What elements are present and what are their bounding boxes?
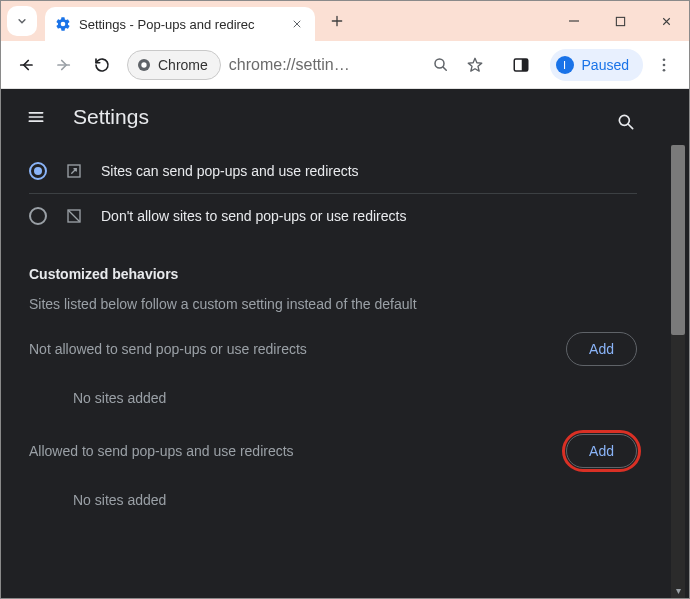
content-area: Sites can send pop-ups and use redirects…	[1, 145, 689, 598]
allowed-list-label: Allowed to send pop-ups and use redirect…	[29, 443, 294, 459]
forward-button[interactable]	[47, 48, 81, 82]
bookmark-button[interactable]	[458, 48, 492, 82]
zoom-button[interactable]	[424, 48, 458, 82]
svg-point-8	[663, 68, 666, 71]
tab-close-button[interactable]	[289, 16, 305, 32]
close-window-button[interactable]	[643, 1, 689, 41]
page-title: Settings	[73, 105, 149, 129]
overflow-menu-button[interactable]	[647, 48, 681, 82]
gear-icon	[55, 16, 71, 32]
svg-point-6	[663, 58, 666, 61]
customized-description: Sites listed below follow a custom setti…	[29, 296, 637, 312]
add-allowed-site-button[interactable]: Add	[566, 434, 637, 468]
close-icon	[660, 15, 673, 28]
minimize-icon	[568, 15, 580, 27]
svg-point-9	[619, 115, 629, 125]
back-button[interactable]	[9, 48, 43, 82]
allowed-list-empty: No sites added	[29, 468, 637, 516]
maximize-button[interactable]	[597, 1, 643, 41]
search-icon	[616, 112, 636, 132]
close-icon	[291, 18, 303, 30]
radio-selected-icon	[29, 162, 47, 180]
customized-behaviors-section: Customized behaviors Sites listed below …	[1, 238, 665, 312]
option-allow-label: Sites can send pop-ups and use redirects	[101, 163, 359, 179]
tab-search-dropdown[interactable]	[7, 6, 37, 36]
svg-rect-0	[616, 17, 624, 25]
allowed-sites-list: Allowed to send pop-ups and use redirect…	[1, 414, 665, 516]
profile-avatar: I	[556, 56, 574, 74]
popup-open-icon	[65, 162, 83, 180]
dots-vertical-icon	[655, 56, 673, 74]
svg-rect-5	[521, 59, 527, 71]
option-block-popups[interactable]: Don't allow sites to send pop-ups or use…	[29, 194, 637, 238]
origin-chip[interactable]: Chrome	[127, 50, 221, 80]
reload-icon	[93, 56, 111, 74]
profile-initial: I	[563, 59, 566, 71]
chrome-logo-icon	[136, 57, 152, 73]
option-allow-popups[interactable]: Sites can send pop-ups and use redirects	[29, 149, 637, 193]
customized-heading: Customized behaviors	[29, 266, 637, 282]
chevron-down-icon	[15, 14, 29, 28]
window-controls	[551, 1, 689, 41]
new-tab-button[interactable]	[323, 7, 351, 35]
svg-point-3	[435, 59, 444, 68]
blocked-list-empty: No sites added	[29, 366, 637, 414]
search-settings-button[interactable]	[609, 105, 643, 139]
side-panel-button[interactable]	[504, 48, 538, 82]
zoom-icon	[432, 56, 450, 74]
star-icon	[466, 56, 484, 74]
blocked-list-label: Not allowed to send pop-ups or use redir…	[29, 341, 307, 357]
profile-chip[interactable]: I Paused	[550, 49, 643, 81]
settings-header: Settings	[1, 89, 689, 145]
arrow-left-icon	[17, 56, 35, 74]
add-blocked-site-button[interactable]: Add	[566, 332, 637, 366]
hamburger-icon	[26, 107, 46, 127]
menu-button[interactable]	[19, 100, 53, 134]
toolbar: Chrome chrome://settin… I Paused	[1, 41, 689, 89]
browser-tab[interactable]: Settings - Pop-ups and redirec	[45, 7, 315, 41]
minimize-button[interactable]	[551, 1, 597, 41]
address-bar[interactable]: Chrome chrome://settin…	[127, 48, 492, 82]
scrollbar-thumb[interactable]	[671, 145, 685, 335]
profile-status-label: Paused	[582, 57, 629, 73]
tab-title: Settings - Pop-ups and redirec	[79, 17, 281, 32]
browser-window: Settings - Pop-ups and redirec Chrome ch…	[0, 0, 690, 599]
blocked-sites-list: Not allowed to send pop-ups or use redir…	[1, 312, 665, 414]
side-panel-icon	[512, 56, 530, 74]
option-block-label: Don't allow sites to send pop-ups or use…	[101, 208, 406, 224]
popup-blocked-icon	[65, 207, 83, 225]
svg-point-7	[663, 63, 666, 66]
plus-icon	[329, 13, 345, 29]
scrollbar[interactable]: ▴ ▾	[665, 145, 689, 598]
origin-chip-label: Chrome	[158, 57, 208, 73]
maximize-icon	[615, 16, 626, 27]
arrow-right-icon	[55, 56, 73, 74]
settings-page: Settings Sites can send pop-ups and use …	[1, 89, 689, 598]
svg-point-2	[141, 62, 146, 67]
title-bar: Settings - Pop-ups and redirec	[1, 1, 689, 41]
scroll-down-arrow[interactable]: ▾	[671, 584, 685, 598]
radio-unselected-icon	[29, 207, 47, 225]
reload-button[interactable]	[85, 48, 119, 82]
url-text: chrome://settin…	[229, 56, 424, 74]
